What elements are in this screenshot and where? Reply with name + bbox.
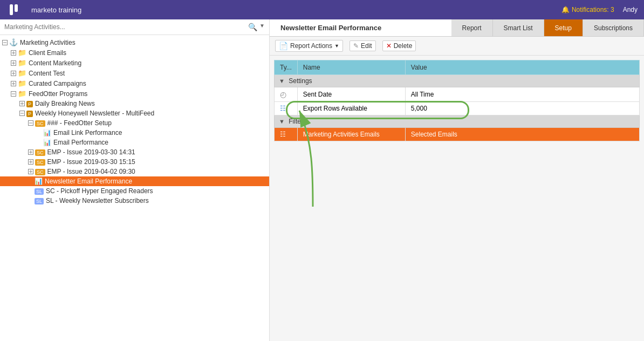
tab-setup[interactable]: Setup [544, 19, 583, 36]
top-bar: marketo training 🔔 Notifications: 3 Andy [0, 0, 644, 19]
sidebar-item-sc-pickoff[interactable]: SLSC - Pickoff Hyper Engaged Readers [0, 186, 269, 196]
top-bar-left: marketo training [6, 0, 81, 19]
sidebar-item-weekly-honeywell[interactable]: PWeekly Honeywell Newsletter - MultiFeed [0, 108, 269, 118]
section-settings-label: Settings [289, 77, 312, 85]
logo [6, 0, 26, 19]
sidebar-item-emp-1[interactable]: SCEMP - Issue 2019-03-30 14:31 [0, 147, 269, 157]
delete-button[interactable]: ✕ Delete [382, 40, 416, 51]
content-title: Newsletter Email Performance [270, 19, 451, 36]
sidebar-item-sl-weekly[interactable]: SLSL - Weekly Newsletter Subscribers [0, 196, 269, 206]
app-name: marketo training [31, 6, 81, 14]
sidebar-item-emp-3[interactable]: SCEMP - Issue 2019-04-02 09:30 [0, 167, 269, 176]
sent-date-type-icon: ◴ [275, 87, 298, 102]
tab-bar: Newsletter Email Performance Report Smar… [270, 19, 644, 37]
svg-rect-0 [10, 4, 13, 15]
delete-icon: ✕ [386, 42, 392, 50]
tab-subscriptions[interactable]: Subscriptions [583, 19, 644, 36]
search-icons: 🔍 ▼ [248, 23, 265, 31]
delete-label: Delete [394, 42, 413, 50]
search-input[interactable] [4, 23, 248, 31]
export-rows-name: Export Rows Available [297, 102, 405, 115]
sidebar-item-client-emails[interactable]: 📁Client Emails [0, 47, 269, 58]
sidebar-item-email-link-performance[interactable]: 📊Email Link Performance [0, 128, 269, 138]
tree: ⚓Marketing Activities📁Client Emails📁Cont… [0, 35, 269, 208]
notifications[interactable]: 🔔 Notifications: 3 [561, 6, 614, 13]
row-marketing-activities[interactable]: ☷ Marketing Activities Emails Selected E… [275, 128, 640, 141]
content-area: Newsletter Email Performance Report Smar… [270, 19, 644, 341]
sidebar-item-content-test[interactable]: 📁Content Test [0, 68, 269, 78]
section-settings: ▼ Settings [275, 75, 640, 87]
export-rows-value: 5,000 [405, 102, 639, 115]
main-layout: 🔍 ▼ ⚓Marketing Activities📁Client Emails📁… [0, 19, 644, 341]
search-icon[interactable]: 🔍 [248, 23, 257, 31]
row-export-rows[interactable]: ☷ Export Rows Available 5,000 [275, 102, 640, 115]
export-rows-type-icon: ☷ [275, 102, 298, 115]
section-collapse-filters[interactable]: ▼ [279, 118, 285, 125]
col-header-type: Ty... [275, 60, 298, 75]
sent-date-name: Sent Date [297, 87, 405, 102]
row-sent-date[interactable]: ◴ Sent Date All Time [275, 87, 640, 102]
toolbar: 📄 Report Actions ▼ ✎ Edit ✕ Delete [270, 37, 644, 56]
section-collapse-settings[interactable]: ▼ [279, 78, 285, 84]
col-header-name: Name [297, 60, 405, 75]
svg-rect-1 [15, 4, 18, 12]
report-actions-icon: 📄 [279, 42, 288, 50]
report-actions-button[interactable]: 📄 Report Actions ▼ [275, 40, 343, 52]
settings-area: Ty... Name Value ▼ Settings [270, 56, 644, 341]
sent-date-value: All Time [405, 87, 639, 102]
edit-icon: ✎ [353, 42, 359, 50]
report-actions-label: Report Actions [290, 42, 332, 50]
sidebar-item-newsletter-email-performance[interactable]: 📊Newsletter Email Performance [0, 176, 269, 186]
tab-report[interactable]: Report [451, 19, 493, 36]
edit-button[interactable]: ✎ Edit [350, 40, 376, 51]
search-bar: 🔍 ▼ [0, 19, 269, 35]
top-bar-right: 🔔 Notifications: 3 Andy [561, 6, 638, 13]
tab-smart-list[interactable]: Smart List [493, 19, 544, 36]
sidebar: 🔍 ▼ ⚓Marketing Activities📁Client Emails📁… [0, 19, 270, 341]
sidebar-item-curated-campaigns[interactable]: 📁Curated Campaigns [0, 78, 269, 88]
user-name[interactable]: Andy [623, 6, 638, 13]
sidebar-item-content-marketing[interactable]: 📁Content Marketing [0, 58, 269, 68]
dropdown-icon[interactable]: ▼ [259, 23, 265, 31]
sidebar-item-marketing-activities[interactable]: ⚓Marketing Activities [0, 37, 269, 47]
edit-label: Edit [361, 42, 372, 50]
sidebar-item-daily-breaking-news[interactable]: PDaily Breaking News [0, 99, 269, 108]
settings-table: Ty... Name Value ▼ Settings [274, 60, 640, 141]
marketing-activities-icon: ☷ [275, 128, 298, 141]
sidebar-item-feedotter-programs[interactable]: 📁FeedOtter Programs [0, 88, 269, 99]
col-header-value: Value [405, 60, 639, 75]
sidebar-item-feedotter-setup[interactable]: SC### - FeedOtter Setup [0, 118, 269, 128]
sidebar-item-email-performance[interactable]: 📊Email Performance [0, 138, 269, 147]
sidebar-item-emp-2[interactable]: SCEMP - Issue 2019-03-30 15:15 [0, 157, 269, 167]
section-filters-label: Filters [289, 118, 306, 125]
marketing-activities-name: Marketing Activities Emails [297, 128, 405, 141]
section-filters: ▼ Filters [275, 115, 640, 128]
dropdown-arrow-icon: ▼ [334, 43, 339, 49]
marketing-activities-value: Selected Emails [405, 128, 639, 141]
